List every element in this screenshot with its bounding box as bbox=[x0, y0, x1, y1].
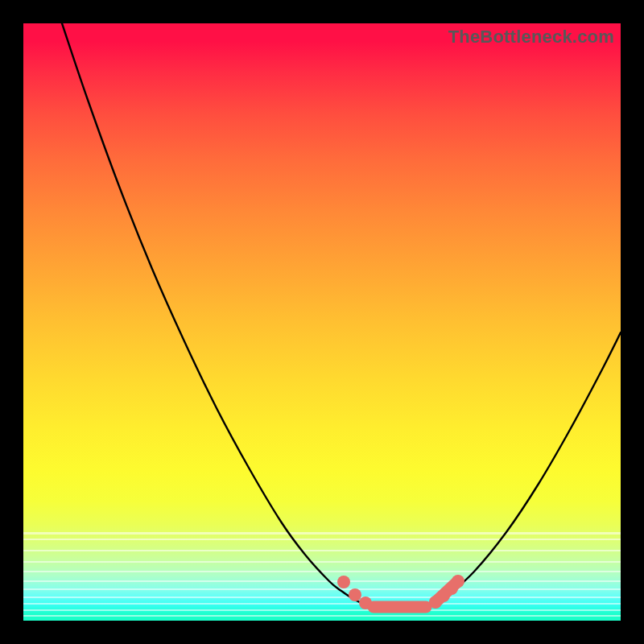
curve-marker-dot bbox=[337, 576, 350, 588]
chart-frame: TheBottleneck.com bbox=[0, 0, 644, 644]
curve-marker-dot bbox=[349, 588, 361, 601]
curve-marker-right-capsule bbox=[436, 581, 458, 602]
bottleneck-curve bbox=[23, 23, 621, 621]
curve-line bbox=[62, 23, 621, 609]
curve-markers bbox=[337, 575, 464, 609]
watermark-label: TheBottleneck.com bbox=[448, 27, 614, 47]
plot-area: TheBottleneck.com bbox=[23, 23, 621, 621]
